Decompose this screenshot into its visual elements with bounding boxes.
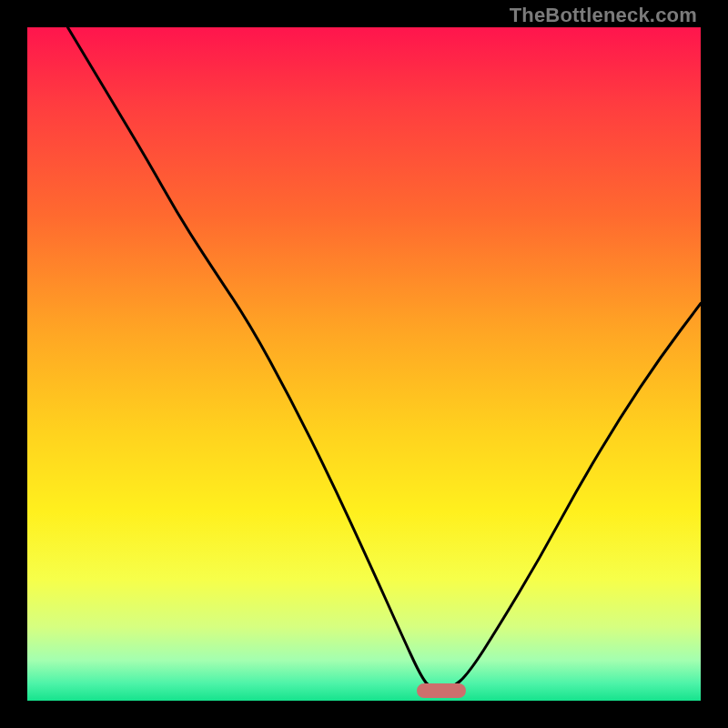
watermark-text: TheBottleneck.com [510, 4, 697, 27]
optimal-zone-marker [417, 683, 466, 698]
bottleneck-chart [27, 27, 701, 701]
chart-frame [27, 27, 701, 701]
